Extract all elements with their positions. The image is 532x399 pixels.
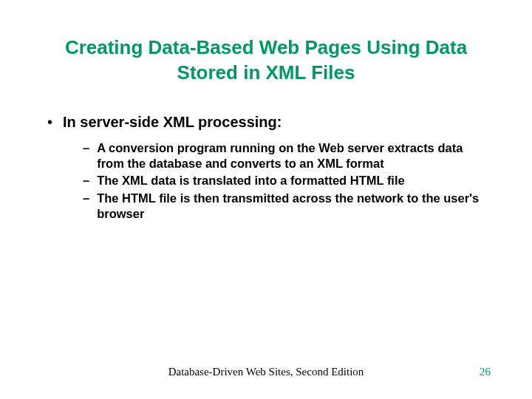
sub-bullet: – The XML data is translated into a form… xyxy=(83,173,491,188)
bullet-text: In server-side XML processing: xyxy=(63,112,282,132)
sub-bullet-text: A conversion program running on the Web … xyxy=(97,140,481,172)
sub-bullet: – A conversion program running on the We… xyxy=(83,140,491,172)
slide-title: Creating Data-Based Web Pages Using Data… xyxy=(41,35,491,86)
footer-text: Database-Driven Web Sites, Second Editio… xyxy=(168,366,364,378)
dash-marker: – xyxy=(83,173,89,188)
sub-bullet-text: The XML data is translated into a format… xyxy=(97,173,405,188)
bullet-marker: • xyxy=(47,112,52,132)
sub-bullet-text: The HTML file is then transmitted across… xyxy=(97,191,481,222)
page-number: 26 xyxy=(480,366,491,378)
bullet-level-1: • In server-side XML processing: xyxy=(47,112,491,132)
footer: Database-Driven Web Sites, Second Editio… xyxy=(0,366,532,378)
dash-marker: – xyxy=(83,191,89,206)
sub-bullet: – The HTML file is then transmitted acro… xyxy=(83,191,491,222)
dash-marker: – xyxy=(83,140,89,156)
